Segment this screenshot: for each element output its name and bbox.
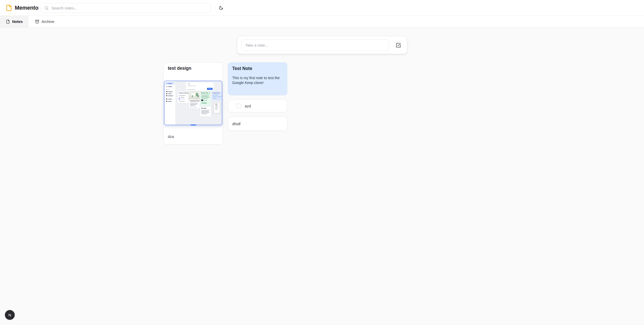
note-body: dfsdf <box>232 122 241 126</box>
tab-archive[interactable]: Archive <box>29 16 61 27</box>
preview-card-idea: Idée App <box>200 107 211 117</box>
note-body: This is my first note to test the Google… <box>232 76 284 85</box>
app-logo[interactable]: Memento <box>6 0 38 16</box>
note-title: Test Note <box>232 66 283 71</box>
search-bar[interactable] <box>41 3 211 13</box>
preview-photo-interior <box>189 92 200 100</box>
preview-card-list: Liste de courses <box>178 92 188 103</box>
search-input[interactable] <box>51 6 207 10</box>
theme-toggle-button[interactable] <box>216 3 226 13</box>
new-checklist-button[interactable] <box>393 39 404 51</box>
note-title: test design <box>168 66 191 71</box>
check-square-icon <box>396 43 401 48</box>
preview-card-books: Livres à lire Dune 2024 Temps et formati… <box>212 92 222 101</box>
preview-compose-placeholder: Créer une note... <box>188 85 196 87</box>
preview-compose-title: Titre <box>188 83 190 85</box>
search-icon <box>44 6 49 10</box>
archive-icon <box>35 20 39 24</box>
tab-bar: Notes Archive <box>0 16 644 27</box>
checklist-item-label: azd <box>245 104 251 108</box>
checklist-checkbox[interactable] <box>236 103 241 108</box>
preview-compose-box: Titre Créer une note... Fermer <box>186 82 214 91</box>
note-image: Titre Créer une note... Fermer Liste de … <box>164 81 222 125</box>
tab-notes[interactable]: Notes <box>0 16 29 27</box>
image-scroll-indicator <box>190 124 196 125</box>
moon-icon <box>219 6 223 10</box>
note-body: dza <box>168 134 174 139</box>
note-composer[interactable] <box>237 36 407 54</box>
preview-phone-block <box>212 102 222 114</box>
tab-archive-label: Archive <box>42 19 54 24</box>
preview-compose-button: Fermer <box>207 88 213 90</box>
user-avatar[interactable]: N <box>5 310 15 320</box>
header: Memento <box>0 0 644 16</box>
note-card-azd[interactable]: azd <box>228 100 287 112</box>
note-card-dfsdf[interactable]: dfsdf <box>228 117 287 131</box>
avatar-initial: N <box>8 313 11 317</box>
preview-sidebar-active-item <box>165 82 175 85</box>
preview-card-photo: Inspiration Déco <box>189 92 200 109</box>
app-window: Memento Notes Archive test design <box>0 0 644 325</box>
app-title: Memento <box>15 5 38 11</box>
note-card-test-note[interactable]: Test Note This is my first note to test … <box>228 62 287 95</box>
take-a-note-input[interactable] <box>241 39 389 51</box>
note-card-test-design[interactable]: test design Titre Créer une note... <box>163 62 223 145</box>
preview-phone-mockup <box>214 103 220 113</box>
preview-card-meeting: Réunion Q4 <box>200 92 211 106</box>
file-icon <box>6 20 10 24</box>
file-icon <box>6 5 12 11</box>
tab-notes-label: Notes <box>12 19 23 24</box>
preview-sidebar <box>165 81 176 125</box>
